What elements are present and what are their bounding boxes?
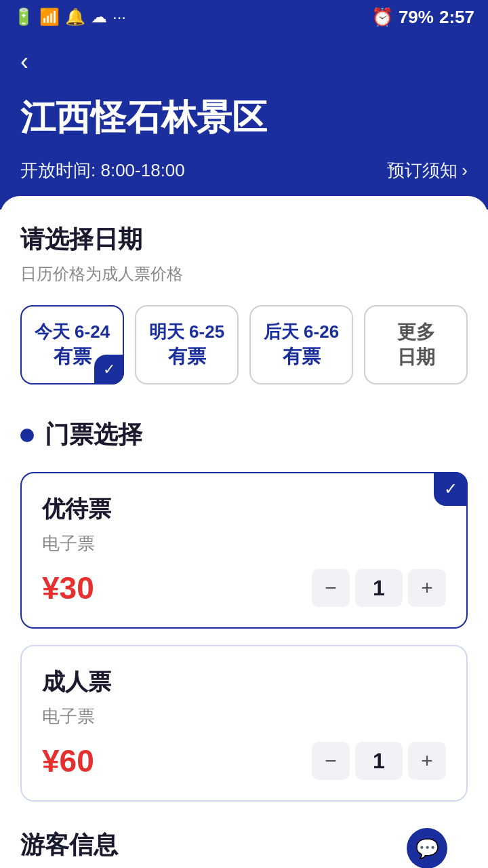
status-right: ⏰ 79% 2:57	[371, 7, 474, 28]
status-left: 🔋 📶 🔔 ☁ ···	[14, 7, 126, 26]
ticket-adult-footer: ¥60 − 1 +	[42, 742, 446, 780]
alarm-icon: ⏰	[371, 7, 393, 28]
chat-icon[interactable]: 💬	[407, 828, 447, 868]
ticket-adult-price: ¥60	[42, 743, 94, 779]
increase-discounted-button[interactable]: +	[408, 569, 446, 607]
increase-adult-button[interactable]: +	[408, 742, 446, 780]
date-row: 今天 6-24 有票 ✓ 明天 6-25 有票 后天 6-26 有票 更多 日期	[20, 305, 468, 384]
date-today-check: ✓	[94, 355, 124, 384]
wifi-icon: 📶	[39, 7, 60, 26]
date-section-title: 请选择日期	[20, 223, 468, 256]
ticket-discounted-footer: ¥30 − 1 +	[42, 569, 446, 607]
ticket-discounted-price: ¥30	[42, 570, 94, 606]
battery-icon: 🔋	[14, 7, 34, 26]
booking-notice-label: 预订须知	[387, 159, 458, 182]
ticket-discounted-type: 电子票	[42, 532, 446, 555]
ticket-card-discounted[interactable]: ✓ 优待票 电子票 ¥30 − 1 +	[20, 472, 468, 629]
cloud-icon: ☁	[91, 7, 107, 26]
check-icon-ticket: ✓	[444, 479, 458, 498]
decrease-discounted-button[interactable]: −	[312, 569, 350, 607]
venue-title: 江西怪石林景区	[20, 96, 468, 138]
date-dayafter-label: 后天 6-26	[264, 321, 339, 344]
visitor-section: 游客信息 💬	[20, 829, 468, 862]
battery-percent: 79%	[399, 7, 434, 28]
date-more-label: 更多 日期	[397, 320, 435, 370]
plus-icon-adult: +	[421, 749, 433, 772]
date-tomorrow-button[interactable]: 明天 6-25 有票	[135, 305, 239, 384]
chat-bubble-icon: 💬	[415, 837, 439, 860]
open-time: 开放时间: 8:00-18:00	[20, 159, 185, 182]
date-section: 请选择日期 日历价格为成人票价格 今天 6-24 有票 ✓ 明天 6-25 有票…	[20, 223, 468, 384]
ticket-adult-name: 成人票	[42, 667, 446, 698]
ticket-card-adult[interactable]: 成人票 电子票 ¥60 − 1 +	[20, 645, 468, 802]
date-today-button[interactable]: 今天 6-24 有票 ✓	[20, 305, 124, 384]
date-tomorrow-label: 明天 6-25	[149, 321, 224, 344]
date-today-label: 今天 6-24	[35, 321, 110, 344]
date-tomorrow-availability: 有票	[168, 344, 206, 370]
date-today-availability: 有票	[54, 344, 92, 370]
blue-dot-icon	[20, 429, 34, 442]
chevron-right-icon: ›	[462, 160, 468, 181]
check-icon: ✓	[103, 361, 115, 378]
main-card: 请选择日期 日历价格为成人票价格 今天 6-24 有票 ✓ 明天 6-25 有票…	[0, 196, 488, 868]
ticket-section-title: 门票选择	[45, 418, 142, 452]
header-section: ‹ 江西怪石林景区 开放时间: 8:00-18:00 预订须知 ›	[0, 34, 488, 210]
date-more-button[interactable]: 更多 日期	[364, 305, 468, 384]
date-dayafter-availability: 有票	[283, 344, 321, 370]
visitor-section-title: 游客信息	[20, 829, 468, 862]
status-bar: 🔋 📶 🔔 ☁ ··· ⏰ 79% 2:57	[0, 0, 488, 34]
minus-icon-adult: −	[325, 749, 337, 772]
decrease-adult-button[interactable]: −	[312, 742, 350, 780]
plus-icon: +	[421, 576, 433, 599]
back-button[interactable]: ‹	[20, 47, 28, 76]
ticket-section-header: 门票选择	[20, 418, 468, 452]
notification-icon: 🔔	[65, 7, 85, 26]
ticket-adult-type: 电子票	[42, 705, 446, 728]
date-section-subtitle: 日历价格为成人票价格	[20, 263, 468, 285]
time-display: 2:57	[439, 7, 474, 28]
date-dayafter-button[interactable]: 后天 6-26 有票	[249, 305, 353, 384]
ticket-selected-check: ✓	[434, 472, 468, 506]
misc-icon: ···	[113, 7, 126, 26]
booking-notice-button[interactable]: 预订须知 ›	[387, 159, 468, 182]
venue-info: 开放时间: 8:00-18:00 预订须知 ›	[20, 159, 468, 182]
quantity-adult-display: 1	[355, 742, 403, 780]
quantity-discounted-display: 1	[355, 569, 403, 607]
quantity-control-adult: − 1 +	[312, 742, 446, 780]
quantity-control-discounted: − 1 +	[312, 569, 446, 607]
ticket-discounted-name: 优待票	[42, 494, 446, 525]
minus-icon: −	[325, 576, 337, 599]
